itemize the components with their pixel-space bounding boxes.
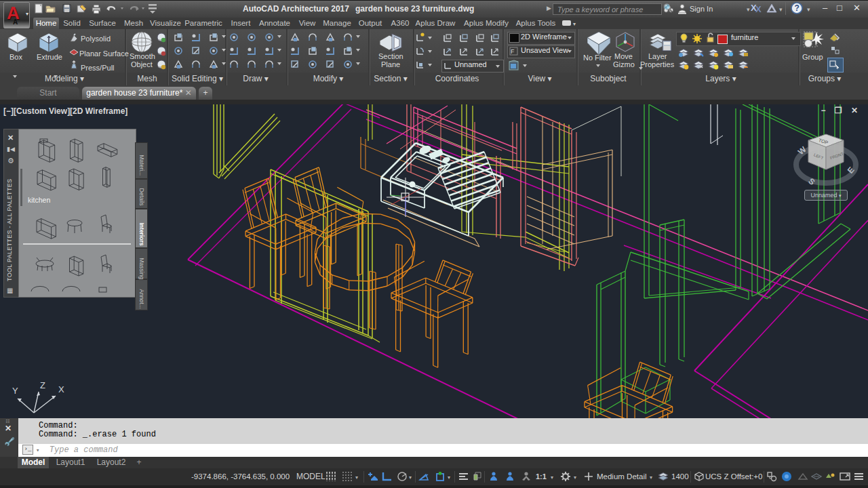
svg-text:Y: Y [12, 386, 18, 396]
svg-text:X: X [755, 4, 762, 14]
svg-text:X: X [58, 384, 64, 394]
svg-text:Z: Z [40, 380, 45, 390]
svg-text:?: ? [794, 3, 799, 13]
svg-text:F: F [511, 48, 515, 55]
